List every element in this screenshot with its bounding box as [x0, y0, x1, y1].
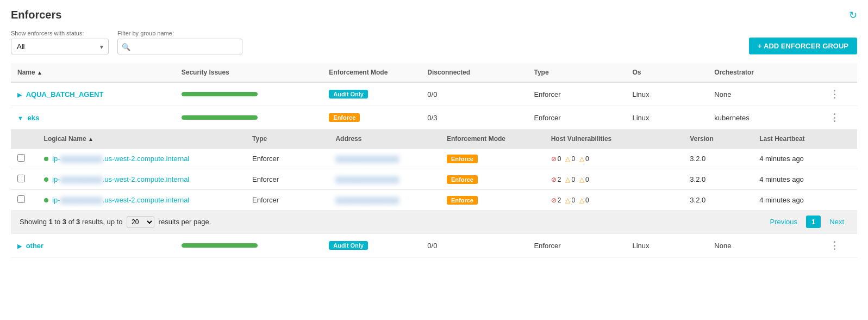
warn-icon-3: △ [565, 196, 570, 204]
status-filter-group: Show enforcers with status: All Connecte… [11, 30, 109, 54]
expand-icon-eks[interactable]: ▼ [17, 115, 23, 121]
more-menu-icon-aqua[interactable]: ⋮ [829, 89, 839, 100]
orchestrator-cell-aqua: None [708, 82, 822, 106]
sub-col-header-version: Version [683, 130, 753, 149]
progress-bar-aqua [182, 92, 258, 96]
actions-cell-eks: ⋮ [823, 106, 857, 130]
sub-node-vuln-1: ⊘ 0 △ 0 △ 0 [545, 149, 684, 169]
orchestrator-cell-other: None [708, 234, 822, 257]
mode-badge-node-2: Enforce [447, 175, 478, 184]
group-name-eks[interactable]: eks [28, 114, 40, 122]
group-name-aqua[interactable]: AQUA_BATCH_AGENT [26, 90, 104, 99]
orchestrator-cell-eks: kubernetes [708, 106, 822, 130]
sub-node-heartbeat-1: 4 minutes ago [753, 149, 857, 169]
table-row: ▶ AQUA_BATCH_AGENT Audit Only 0/0 Enforc… [11, 82, 857, 106]
sub-node-mode-2: Enforce [440, 169, 545, 190]
pagination-info: Showing 1 to 3 of 3 results, up to 20 50… [20, 216, 211, 228]
blurred-addr-3: ███████████████ [335, 197, 399, 204]
sub-node-name-1[interactable]: ip-██████████.us-west-2.compute.internal [52, 155, 189, 163]
type-cell-other: Enforcer [527, 234, 626, 257]
info-icon-3: △ [579, 196, 584, 204]
more-menu-icon-other[interactable]: ⋮ [829, 240, 839, 251]
os-cell-aqua: Linux [626, 82, 708, 106]
sub-node-address-1: ███████████████ [329, 149, 440, 169]
sub-node-version-1: 3.2.0 [683, 149, 753, 169]
more-menu-icon-eks[interactable]: ⋮ [829, 112, 839, 123]
status-dot-2 [44, 177, 48, 182]
sub-col-header-logical: Logical Name ▲ [38, 130, 246, 149]
sub-node-vuln-3: ⊘ 2 △ 0 △ 0 [545, 190, 684, 211]
disconnected-cell-aqua: 0/0 [421, 82, 527, 106]
sub-node-version-2: 3.2.0 [683, 169, 753, 190]
pagination-start: 1 [48, 218, 52, 226]
sub-node-checkbox-1[interactable] [17, 154, 25, 162]
pagination-bar: Showing 1 to 3 of 3 results, up to 20 50… [11, 210, 857, 233]
crit-icon-2: ⊘ [551, 176, 557, 183]
vuln-crit-2: ⊘ 2 [551, 176, 561, 183]
progress-bar-eks [182, 115, 258, 120]
vuln-cell-3: ⊘ 2 △ 0 △ 0 [551, 196, 677, 204]
sub-table-row-eks: Logical Name ▲ Type Address Enforcement … [11, 130, 857, 234]
group-filter-input[interactable] [117, 39, 242, 54]
refresh-icon[interactable]: ↻ [849, 9, 857, 21]
sub-col-header-mode: Enforcement Mode [440, 130, 545, 149]
sub-node-name-cell-2: ip-██████████.us-west-2.compute.internal [38, 169, 246, 190]
disconnected-cell-eks: 0/3 [421, 106, 527, 130]
status-dot-1 [44, 157, 48, 161]
page-container: Enforcers ↻ Show enforcers with status: … [0, 0, 868, 266]
status-select[interactable]: All Connected Disconnected [11, 39, 109, 54]
group-name-cell: ▶ AQUA_BATCH_AGENT [11, 82, 175, 106]
sub-node-name-2[interactable]: ip-██████████.us-west-2.compute.internal [52, 175, 189, 183]
page-title: Enforcers [11, 9, 61, 21]
sub-node-heartbeat-3: 4 minutes ago [753, 190, 857, 211]
sub-node-name-3[interactable]: ip-██████████.us-west-2.compute.internal [52, 196, 189, 204]
expand-icon-other[interactable]: ▶ [17, 243, 22, 249]
group-name-other[interactable]: other [26, 242, 44, 250]
vuln-high-2: △ 0 [565, 176, 575, 183]
sub-nodes-table: Logical Name ▲ Type Address Enforcement … [11, 130, 857, 210]
vuln-high-3: △ 0 [565, 196, 575, 204]
mode-cell-aqua: Audit Only [322, 82, 421, 106]
group-filter-label: Filter by group name: [117, 30, 242, 36]
mode-cell-other: Audit Only [322, 234, 421, 257]
col-header-orchestrator: Orchestrator [708, 63, 822, 82]
col-header-type: Type [527, 63, 626, 82]
sub-node-address-3: ███████████████ [329, 190, 440, 211]
vuln-cell-2: ⊘ 2 △ 0 △ 0 [551, 176, 677, 183]
sub-node-mode-1: Enforce [440, 149, 545, 169]
expand-icon-aqua[interactable]: ▶ [17, 91, 22, 98]
mode-badge-node-3: Enforce [447, 196, 478, 205]
info-icon-1: △ [579, 155, 584, 163]
col-header-name: Name ▲ [11, 63, 175, 82]
vuln-med-1: △ 0 [579, 155, 589, 163]
sub-table-container: Logical Name ▲ Type Address Enforcement … [11, 130, 857, 233]
group-name-cell-eks: ▼ eks [11, 106, 175, 130]
type-cell-aqua: Enforcer [527, 82, 626, 106]
sub-node-version-3: 3.2.0 [683, 190, 753, 211]
sub-node-vuln-2: ⊘ 2 △ 0 △ 0 [545, 169, 684, 190]
sub-node-row: ip-██████████.us-west-2.compute.internal… [11, 169, 857, 190]
vuln-cell-1: ⊘ 0 △ 0 △ 0 [551, 155, 677, 163]
sub-node-row: ip-██████████.us-west-2.compute.internal… [11, 190, 857, 211]
crit-icon-3: ⊘ [551, 196, 557, 204]
sub-table-cell: Logical Name ▲ Type Address Enforcement … [11, 130, 857, 234]
add-enforcer-group-button[interactable]: + ADD ENFORCER GROUP [749, 38, 857, 54]
vuln-med-2: △ 0 [579, 176, 589, 183]
blurred-ip-1: ██████████ [60, 156, 103, 162]
blurred-addr-2: ███████████████ [335, 176, 399, 183]
page-header: Enforcers ↻ [11, 9, 857, 21]
next-button[interactable]: Next [825, 216, 848, 228]
sub-node-row: ip-██████████.us-west-2.compute.internal… [11, 149, 857, 169]
sub-col-header-type: Type [246, 130, 329, 149]
blurred-ip-2: ██████████ [60, 176, 103, 183]
status-filter-label: Show enforcers with status: [11, 30, 109, 36]
security-cell-aqua [175, 82, 323, 106]
previous-button[interactable]: Previous [765, 216, 802, 228]
group-filter-input-wrapper: 🔍 [117, 39, 242, 54]
sub-node-checkbox-2[interactable] [17, 175, 25, 182]
sub-col-header-check [11, 130, 38, 149]
warn-icon-1: △ [565, 155, 570, 163]
per-page-select[interactable]: 20 50 100 [127, 216, 154, 228]
sub-header-row: Logical Name ▲ Type Address Enforcement … [11, 130, 857, 149]
sub-node-checkbox-3[interactable] [17, 195, 25, 203]
